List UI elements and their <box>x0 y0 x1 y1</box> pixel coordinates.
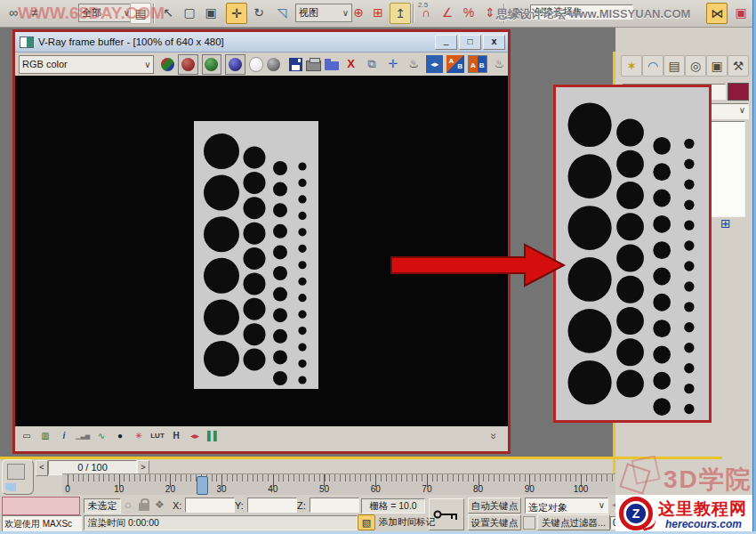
lut-icon[interactable]: LUT <box>150 429 165 443</box>
key-mode-dropdown[interactable]: 选定对象 ∨ <box>525 498 608 514</box>
watermark-bottom-text: 3D学院 <box>664 463 752 497</box>
select-and-move-icon[interactable]: ✛ <box>226 3 247 24</box>
active-viewport-border-bottom <box>0 457 722 459</box>
color-balance-icon[interactable]: ✳ <box>132 429 146 443</box>
alpha-channel-icon[interactable] <box>249 57 264 72</box>
set-key-button[interactable]: 设置关键点 <box>468 514 521 530</box>
selection-filter-dropdown[interactable]: 全部 ∨ <box>78 4 133 22</box>
use-pivot-point-icon[interactable]: ⊕ <box>349 3 368 22</box>
blue-channel-icon[interactable] <box>225 54 245 75</box>
named-selection-input[interactable] <box>530 4 633 20</box>
color-curve-icon[interactable]: ∿ <box>94 429 109 443</box>
tab-motion-icon[interactable]: ◎ <box>685 55 706 77</box>
minimize-button[interactable]: _ <box>435 35 457 50</box>
unlink-selection-icon[interactable]: ≠ <box>25 3 44 22</box>
green-channel-icon[interactable] <box>202 54 222 75</box>
keyable-icon[interactable] <box>523 516 535 530</box>
selection-lock-icon[interactable] <box>139 503 149 511</box>
zoomed-dots-image <box>556 87 709 420</box>
snap-mode-label: 2.5 <box>418 1 428 9</box>
select-and-link-icon[interactable]: ∞ <box>4 3 23 22</box>
levels-icon[interactable]: ▥ <box>38 429 52 443</box>
transform-typein-icon[interactable]: ❖ <box>155 498 165 511</box>
x-label: X: <box>173 500 181 511</box>
save-image-icon[interactable] <box>289 58 302 71</box>
tab-hierarchy-icon[interactable]: ▤ <box>664 55 685 77</box>
render-last-icon[interactable]: ♨ <box>491 55 509 73</box>
watermark-box-icon <box>619 463 650 494</box>
logo-site-url[interactable]: herecours.com <box>665 518 742 530</box>
select-and-rotate-icon[interactable]: ↻ <box>249 3 269 22</box>
select-by-name-icon[interactable]: ▤ <box>130 3 151 24</box>
track-bar-ruler[interactable]: 0102030405060708090100 <box>62 473 615 496</box>
pixel-info-icon[interactable]: i <box>57 429 71 443</box>
maxscript-mini-listener[interactable] <box>2 497 80 515</box>
window-crossing-icon[interactable]: ▣ <box>201 3 221 22</box>
select-and-scale-icon[interactable]: ◹ <box>272 3 292 22</box>
edit-named-selection-icon[interactable]: ✎ <box>509 3 528 22</box>
vfb-toolbar: RGB color ∨ X ⧉ ✛ ♨ ◂▸ AB AB ♨ <box>15 53 508 76</box>
percent-snap-icon[interactable]: % <box>459 3 479 22</box>
clear-image-icon[interactable]: X <box>342 55 360 73</box>
rectangular-selection-region-icon[interactable]: ▢ <box>180 3 199 22</box>
spinner-snap-icon[interactable]: ⇕ <box>480 3 500 22</box>
rgb-channels-icon[interactable] <box>161 58 174 71</box>
channel-select-value: RGB color <box>22 59 68 69</box>
screenshot-edge-right <box>752 0 756 534</box>
chevron-down-icon: ∨ <box>599 500 605 510</box>
expand-toolbar-icon[interactable]: » <box>487 429 501 443</box>
tab-modify-icon[interactable]: ◠ <box>642 55 664 77</box>
color-clamp-icon[interactable]: ▌▌ <box>206 429 221 443</box>
maximize-button[interactable]: □ <box>459 35 481 50</box>
show-window-icon[interactable]: ▭ <box>20 429 34 443</box>
ab-compare-icon[interactable]: AB <box>446 55 464 73</box>
tab-create-icon[interactable]: ✶ <box>621 55 642 77</box>
tab-display-icon[interactable]: ▣ <box>706 55 728 77</box>
histogram-icon[interactable]: ▁▃▅ <box>76 429 90 443</box>
angle-snap-icon[interactable]: ∠ <box>438 3 457 22</box>
icc-icon[interactable]: H <box>169 429 183 443</box>
compare-horizontal-icon[interactable]: ◂▸ <box>426 55 444 73</box>
window-icon <box>20 36 34 48</box>
reference-coordinate-system-dropdown[interactable]: 视图 ∨ <box>295 4 352 22</box>
key-filters-button[interactable]: 关键点过滤器... <box>537 514 610 530</box>
toolbar-separator <box>153 4 154 23</box>
y-coordinate-field[interactable] <box>247 498 297 513</box>
chevron-down-icon: ∨ <box>739 105 745 115</box>
time-tag-cube-icon[interactable]: ▧ <box>358 514 375 530</box>
select-and-manipulate-icon[interactable]: ↥ <box>390 3 411 24</box>
use-selection-center-icon[interactable]: ⊞ <box>368 3 388 22</box>
channel-select-dropdown[interactable]: RGB color ∨ <box>19 55 154 74</box>
rendered-dots-image <box>194 121 318 389</box>
track-mouse-icon[interactable]: ✛ <box>384 55 402 73</box>
mirror-icon[interactable]: ⋈ <box>706 3 728 24</box>
configure-modifier-sets-icon[interactable]: ⊞ <box>720 216 731 231</box>
add-time-tag[interactable]: 添加时间标记 <box>379 516 435 529</box>
mini-curve-editor-button[interactable] <box>2 459 34 495</box>
close-button[interactable]: x <box>483 35 505 50</box>
duplicate-to-host-icon[interactable]: ⧉ <box>363 55 381 73</box>
monochrome-icon[interactable] <box>267 58 280 71</box>
previous-frame-button[interactable]: < <box>36 460 48 476</box>
z-label: Z: <box>297 500 306 511</box>
x-coordinate-field[interactable] <box>185 498 235 513</box>
isolate-toggle-icon[interactable]: ☼ <box>123 498 133 511</box>
auto-key-button[interactable]: 自动关键点 <box>468 498 521 514</box>
maxscript-listener-text[interactable]: 欢迎使用 MAXSc <box>2 515 82 532</box>
select-object-icon[interactable]: ↖ <box>158 3 178 22</box>
trackbar-frame-marker[interactable] <box>197 476 208 495</box>
z-coordinate-field[interactable] <box>310 498 359 513</box>
object-color-swatch[interactable] <box>728 83 749 101</box>
red-channel-icon[interactable] <box>178 54 198 75</box>
load-image-icon[interactable] <box>325 61 339 70</box>
ab-compare-vertical-icon[interactable]: AB <box>468 55 487 73</box>
align-icon[interactable]: ▣ <box>731 3 751 22</box>
region-render-icon[interactable]: ♨ <box>405 55 422 73</box>
print-image-icon[interactable] <box>306 61 322 71</box>
ruler-label: 10 <box>114 484 124 494</box>
ruler-label: 30 <box>217 484 227 494</box>
tab-utilities-icon[interactable]: ⚒ <box>728 55 749 77</box>
stamp-icon[interactable]: ◂▸ <box>188 429 202 443</box>
exposure-icon[interactable]: ● <box>113 429 127 443</box>
vfb-titlebar[interactable]: V-Ray frame buffer - [100% of 640 x 480]… <box>15 32 508 53</box>
